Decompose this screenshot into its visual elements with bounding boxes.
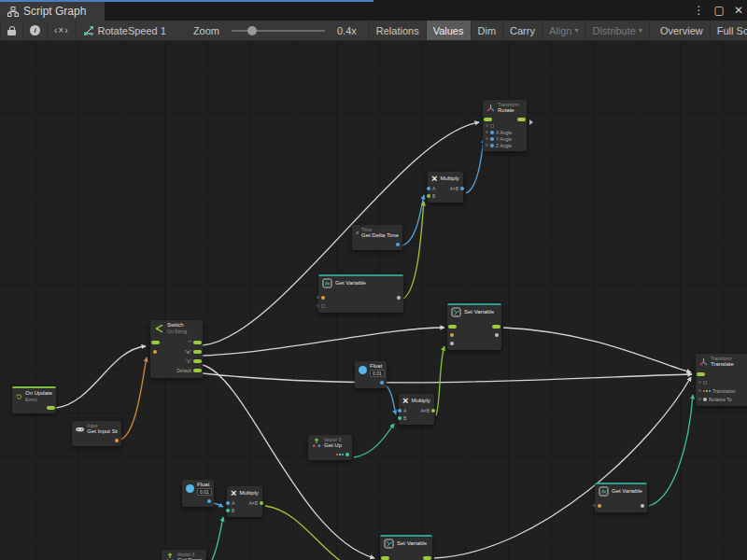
graph-canvas[interactable]: On Update Event Input Get Input String — [0, 41, 747, 560]
wire-multiply-top-to-rotate[interactable] — [466, 139, 484, 193]
flow-out-port[interactable] — [492, 325, 500, 329]
x-angle-port[interactable] — [486, 131, 488, 133]
b-in-port[interactable] — [398, 416, 402, 420]
align-dropdown[interactable]: Align ▾ — [543, 21, 585, 40]
carry-toggle[interactable]: Carry — [503, 21, 543, 40]
values-toggle[interactable]: Values — [427, 21, 472, 40]
default-out-port[interactable] — [193, 369, 202, 372]
flow-in-port[interactable] — [448, 325, 457, 329]
target-port[interactable] — [486, 124, 488, 127]
dim-toggle[interactable]: Dim — [472, 21, 504, 40]
float-out-port[interactable] — [396, 243, 400, 246]
node-float-mid[interactable]: Float 0.01 — [355, 361, 387, 388]
value-out-port[interactable] — [397, 296, 401, 300]
wire-onupdate-to-switch[interactable] — [56, 346, 146, 408]
value-out-port[interactable] — [641, 504, 644, 508]
relative-to-port[interactable] — [698, 398, 701, 400]
lock-button[interactable] — [0, 21, 23, 40]
flow-in-port[interactable] — [381, 556, 389, 560]
float-out-port[interactable] — [207, 499, 211, 503]
multiply-icon: × — [431, 174, 437, 183]
node-rotate[interactable]: Transform Rotate X Angle Y Angle Z Angle — [483, 100, 527, 151]
wire-multiply-mid-to-setvariable-mid[interactable] — [436, 346, 444, 415]
node-translate[interactable]: Transform Translate Translation Relative… — [696, 354, 747, 406]
flow-out-port[interactable] — [47, 406, 55, 410]
flow-in-port[interactable] — [697, 372, 705, 376]
zoom-slider-track[interactable] — [232, 30, 325, 32]
node-get-input-string[interactable]: Input Get Input String — [72, 421, 121, 446]
zoom-to-fit-button[interactable]: ‹×› — [48, 21, 77, 40]
b-in-port[interactable] — [427, 194, 430, 198]
tab-script-graph[interactable]: Script Graph — [0, 2, 105, 21]
target-port[interactable] — [698, 381, 701, 384]
overview-button[interactable]: Overview — [654, 21, 711, 40]
node-float-bottom[interactable]: Float 0.01 — [182, 480, 214, 507]
fallback-port[interactable] — [317, 304, 319, 307]
relations-toggle[interactable]: Relations — [369, 21, 427, 40]
case-out-port[interactable] — [193, 359, 202, 363]
node-multiply-bottom[interactable]: × Multiply A A×B B — [227, 486, 262, 517]
wire-getinputstring-to-switch[interactable] — [118, 357, 147, 441]
y-angle-port[interactable] — [486, 137, 488, 140]
wire-getvariable-bottom-to-translate[interactable] — [649, 395, 693, 506]
result-out-port[interactable] — [260, 501, 263, 505]
wire-switch-to-setvariable-mid[interactable] — [203, 328, 444, 356]
node-multiply-top[interactable]: × Multiply A A×B B — [428, 172, 463, 203]
node-subtitle: Event — [25, 397, 52, 402]
float-out-port[interactable] — [380, 381, 384, 385]
inspect-button[interactable]: i — [23, 21, 48, 40]
flow-out-port[interactable] — [517, 118, 526, 121]
selector-in-port[interactable] — [153, 350, 157, 354]
node-get-down[interactable]: Vector 3 Get Down — [162, 550, 206, 560]
float-value-field[interactable]: 0.01 — [197, 488, 212, 496]
node-set-variable-bottom[interactable]: Set Variable — [380, 535, 432, 560]
graph-breadcrumb[interactable]: RotateSpeed 1 — [77, 21, 173, 40]
name-port[interactable] — [450, 333, 454, 337]
node-multiply-mid[interactable]: × Multiply A A×B B — [399, 394, 434, 425]
wire-getvariable-top-to-multiply-top[interactable] — [402, 202, 424, 300]
fullscreen-button[interactable]: Full Screen — [711, 21, 747, 40]
wire-float-mid-to-multiply-mid[interactable] — [384, 385, 396, 414]
wire-setvariable-bottom-to-translate[interactable] — [434, 377, 691, 558]
node-set-variable-mid[interactable]: Set Variable — [447, 303, 501, 350]
node-get-delta-time[interactable]: Time Get Delta Time — [352, 225, 402, 250]
z-angle-port[interactable] — [486, 144, 488, 147]
value-in-port[interactable] — [450, 342, 454, 345]
node-get-variable-top[interactable]: Get Variable — [318, 274, 403, 313]
node-title: Multiply — [411, 398, 430, 404]
string-out-port[interactable] — [115, 439, 119, 442]
result-out-port[interactable] — [431, 409, 435, 413]
translation-port[interactable] — [698, 389, 701, 392]
flow-in-port[interactable] — [151, 341, 160, 344]
wire-float-bottom-to-multiply-bottom[interactable] — [213, 503, 223, 507]
wire-setvariable-mid-to-translate[interactable] — [503, 328, 691, 372]
window-menu-icon[interactable]: ⋮ — [694, 4, 705, 17]
vector-out-port[interactable] — [345, 453, 349, 456]
name-port[interactable] — [593, 504, 596, 507]
case-out-port[interactable] — [193, 350, 202, 354]
wire-switch-default-to-translate[interactable] — [203, 373, 692, 383]
a-in-port[interactable] — [226, 501, 230, 505]
flow-out-port[interactable] — [423, 556, 431, 560]
b-in-port[interactable] — [226, 509, 230, 512]
transform-target-icon — [490, 124, 494, 128]
node-get-up[interactable]: Vector 3 Get Up — [308, 435, 352, 460]
a-in-port[interactable] — [398, 409, 402, 413]
distribute-dropdown[interactable]: Distribute ▾ — [585, 21, 649, 40]
result-out-port[interactable] — [460, 187, 464, 190]
case-out-port[interactable] — [193, 341, 202, 344]
flow-in-port[interactable] — [484, 118, 492, 121]
close-icon[interactable]: ✕ — [734, 4, 743, 17]
maximize-icon[interactable]: ▢ — [714, 4, 725, 17]
zoom-slider-handle[interactable] — [247, 26, 257, 35]
node-switch-on-string[interactable]: Switch On String "" "w" "s" Default — [150, 320, 203, 378]
node-on-update[interactable]: On Update Event — [12, 386, 56, 413]
node-get-variable-bottom[interactable]: Get Variable — [595, 483, 647, 512]
value-out-port[interactable] — [495, 333, 499, 337]
name-port[interactable] — [317, 296, 319, 299]
wire-getup-to-multiply-mid[interactable] — [354, 424, 394, 457]
a-in-port[interactable] — [427, 187, 430, 190]
wire-switch-to-setvariable-bottom[interactable] — [203, 365, 374, 558]
zoom-slider[interactable] — [226, 21, 331, 40]
float-value-field[interactable]: 0.01 — [370, 370, 385, 377]
